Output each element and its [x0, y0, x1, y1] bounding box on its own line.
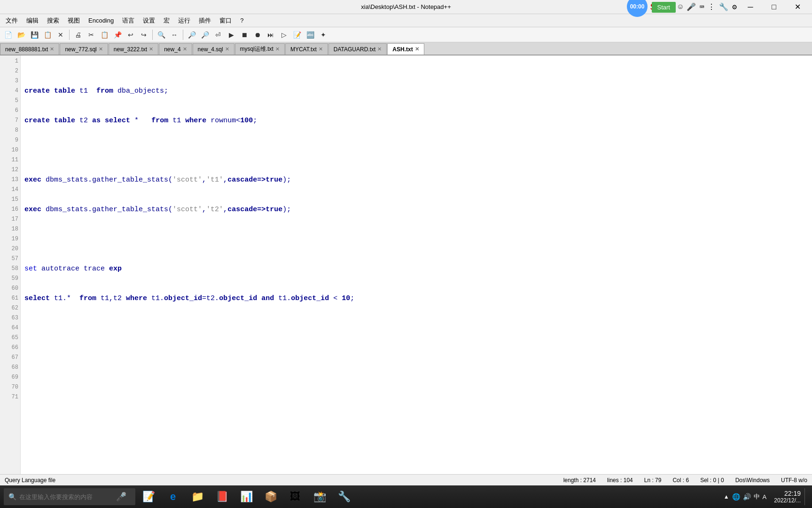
tab-new8888881[interactable]: new_8888881.txt ✕: [0, 43, 59, 55]
toolbar-redo[interactable]: ↪: [138, 29, 150, 41]
tab-close-new8888881[interactable]: ✕: [50, 46, 54, 52]
tab-new4[interactable]: new_4 ✕: [159, 43, 192, 55]
status-left: Query Language file: [5, 477, 55, 484]
tray-network-icon[interactable]: 🌐: [732, 493, 740, 500]
tray-ime-cn[interactable]: 中: [754, 492, 760, 501]
taskbar-explorer-icon[interactable]: 📁: [186, 487, 209, 506]
taskbar-app3-icon[interactable]: 📦: [259, 487, 282, 506]
tab-new3222[interactable]: new_3222.txt ✕: [109, 43, 158, 55]
tab-close-mycat[interactable]: ✕: [319, 46, 323, 52]
tab-close-dataguard[interactable]: ✕: [377, 46, 382, 52]
tab-new772[interactable]: new_772.sql ✕: [60, 43, 108, 55]
toolbar-paste[interactable]: 📌: [111, 29, 124, 41]
taskbar-edge-icon[interactable]: e: [162, 487, 184, 506]
menu-macro[interactable]: 宏: [160, 16, 173, 26]
toolbar-print[interactable]: 🖨: [72, 29, 84, 41]
tab-close-ash[interactable]: ✕: [415, 46, 419, 52]
show-desktop-button[interactable]: [804, 488, 808, 505]
line-num-8: 8: [0, 126, 20, 135]
line-num-63: 63: [0, 313, 20, 323]
line-numbers: 1 2 3 4 5 6 7 8 9 10 11 12 13 14 15 16 1…: [0, 56, 21, 474]
toolbar-find[interactable]: 🔍: [155, 29, 167, 41]
line-num-60: 60: [0, 284, 20, 294]
toolbar-spell[interactable]: 🔤: [304, 29, 316, 41]
toolbar-b2[interactable]: ⏹: [238, 29, 250, 41]
menu-run[interactable]: 运行: [174, 16, 194, 26]
tray-ime-extra[interactable]: A: [763, 493, 767, 500]
toolbar-b1[interactable]: ▶: [225, 29, 237, 41]
menu-language[interactable]: 语言: [118, 16, 138, 26]
system-clock[interactable]: 22:19 2022/12/...: [774, 490, 801, 504]
taskbar-notepad-icon[interactable]: 📝: [137, 487, 160, 506]
tabs-bar: new_8888881.txt ✕ new_772.sql ✕ new_3222…: [0, 42, 812, 56]
maximize-button[interactable]: □: [763, 0, 785, 14]
toolbar-b5[interactable]: ▷: [278, 29, 290, 41]
toolbar-close[interactable]: ✕: [55, 29, 67, 41]
toolbar-new[interactable]: 📄: [2, 29, 14, 41]
taskbar-app2-icon[interactable]: 📊: [235, 487, 258, 506]
menu-edit[interactable]: 编辑: [23, 16, 42, 26]
taskbar-app6-icon[interactable]: 🔧: [333, 487, 355, 506]
line-num-20: 20: [0, 244, 20, 254]
tab-close-new4[interactable]: ✕: [183, 46, 187, 52]
toolbar-wordwrap[interactable]: ⏎: [212, 29, 224, 41]
menu-encoding[interactable]: Encoding: [85, 16, 117, 25]
toolbar-extra[interactable]: ✦: [317, 29, 329, 41]
tab-close-mysql[interactable]: ✕: [275, 46, 280, 52]
tab-new4sql[interactable]: new_4.sql ✕: [193, 43, 234, 55]
toolbar-undo[interactable]: ↩: [125, 29, 137, 41]
line-num-69: 69: [0, 373, 20, 382]
menu-view[interactable]: 视图: [64, 16, 84, 26]
line-num-6: 6: [0, 106, 20, 116]
tab-close-new4sql[interactable]: ✕: [225, 46, 229, 52]
toolbar-saveall[interactable]: 📋: [41, 29, 54, 41]
toolbar-replace[interactable]: ↔: [168, 29, 180, 41]
menu-file[interactable]: 文件: [2, 16, 22, 26]
line-num-19: 19: [0, 234, 20, 244]
start-button[interactable]: Start: [652, 2, 676, 13]
system-tray: ▲ 🌐 🔊 中 A: [720, 492, 771, 501]
code-line-9: [24, 323, 808, 333]
tab-close-new772[interactable]: ✕: [99, 46, 103, 52]
toolbar-save[interactable]: 💾: [28, 29, 40, 41]
line-num-61: 61: [0, 294, 20, 303]
code-content[interactable]: create table t1 from dba_objects; create…: [21, 56, 812, 474]
menu-settings[interactable]: 设置: [139, 16, 159, 26]
toolbar-zoomin[interactable]: 🔎: [186, 29, 198, 41]
menu-plugins[interactable]: 插件: [195, 16, 215, 26]
line-num-68: 68: [0, 363, 20, 373]
menu-help[interactable]: ?: [236, 16, 247, 25]
taskbar-search-bar[interactable]: 🔍 🎤: [4, 488, 135, 505]
toolbar-b3[interactable]: ⏺: [251, 29, 264, 41]
toolbar-b4[interactable]: ⏭: [265, 29, 277, 41]
tab-dataguard[interactable]: DATAGUARD.txt ✕: [328, 43, 387, 55]
code-line-4: exec dbms_stats.gather_table_stats('scot…: [24, 175, 808, 185]
tray-arrow-icon[interactable]: ▲: [724, 493, 729, 500]
toolbar-open[interactable]: 📂: [15, 29, 27, 41]
line-num-15: 15: [0, 195, 20, 205]
tab-mysql[interactable]: mysql运维.txt ✕: [235, 43, 285, 55]
tray-volume-icon[interactable]: 🔊: [743, 493, 751, 500]
taskbar: 🔍 🎤 📝 e 📁 📕 📊 📦 🖼 📸 🔧 ▲ 🌐 🔊 中 A: [0, 485, 812, 508]
line-num-58: 58: [0, 264, 20, 274]
taskbar-app5-icon[interactable]: 📸: [308, 487, 331, 506]
toolbar-b6[interactable]: 📝: [291, 29, 303, 41]
taskbar-app4-icon[interactable]: 🖼: [284, 487, 306, 506]
taskbar-mic-icon[interactable]: 🎤: [116, 492, 126, 502]
code-line-5: exec dbms_stats.gather_table_stats('scot…: [24, 205, 808, 214]
toolbar-cut[interactable]: ✂: [85, 29, 97, 41]
line-num-17: 17: [0, 214, 20, 224]
minimize-button[interactable]: ─: [740, 0, 761, 14]
tab-ash[interactable]: ASH.txt ✕: [387, 43, 424, 55]
menu-window[interactable]: 窗口: [216, 16, 235, 26]
line-num-66: 66: [0, 343, 20, 353]
close-button[interactable]: ✕: [787, 0, 808, 14]
code-line-12: [24, 412, 808, 422]
toolbar-copy[interactable]: 📋: [98, 29, 110, 41]
tab-mycat[interactable]: MYCAT.txt ✕: [285, 43, 328, 55]
taskbar-app1-icon[interactable]: 📕: [211, 487, 233, 506]
toolbar-zoomout[interactable]: 🔎: [199, 29, 211, 41]
tab-close-new3222[interactable]: ✕: [149, 46, 153, 52]
menu-search[interactable]: 搜索: [43, 16, 63, 26]
taskbar-search-input[interactable]: [19, 493, 113, 500]
